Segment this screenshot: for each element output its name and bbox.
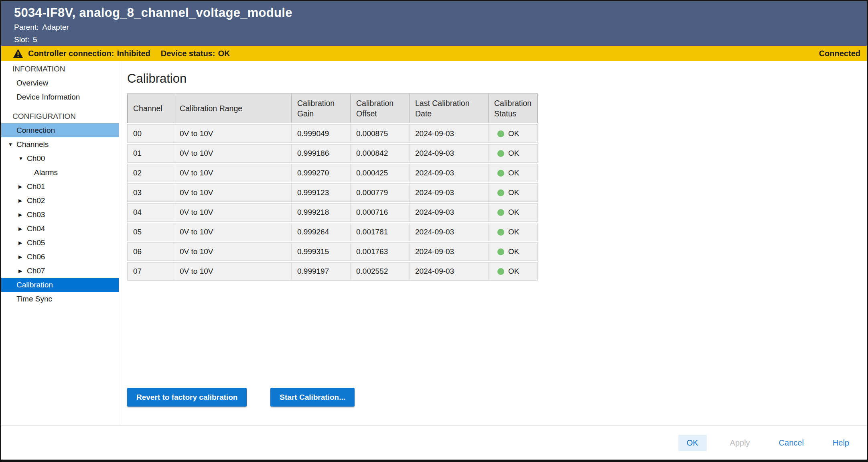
chevron-collapsed-icon[interactable]: ▶ — [18, 268, 27, 274]
sidebar-item-ch01[interactable]: ▶ Ch01 — [1, 179, 119, 193]
offset-cell: 0.001781 — [351, 223, 410, 241]
table-row: 01 0V to 10V 0.999186 0.000842 2024-09-0… — [127, 144, 538, 163]
chevron-collapsed-icon[interactable]: ▶ — [18, 184, 27, 189]
status-ok-icon — [497, 248, 504, 255]
sidebar-item-ch07[interactable]: ▶ Ch07 — [1, 264, 119, 278]
connection-status-badge: Connected — [819, 49, 860, 58]
status-ok-icon — [497, 130, 504, 137]
sidebar-item-time-sync[interactable]: Time Sync — [1, 292, 119, 306]
date-cell: 2024-09-03 — [410, 164, 489, 182]
channel-cell: 01 — [128, 145, 174, 162]
sidebar-item-ch05[interactable]: ▶ Ch05 — [1, 236, 119, 250]
apply-button[interactable]: Apply — [724, 435, 756, 451]
controller-connection-status: Controller connection:Inhibited — [28, 49, 150, 58]
action-buttons: Revert to factory calibration Start Cali… — [127, 388, 867, 407]
offset-cell: 0.002552 — [351, 263, 410, 280]
date-cell: 2024-09-03 — [410, 223, 489, 241]
table-row: 06 0V to 10V 0.999315 0.001763 2024-09-0… — [127, 242, 538, 261]
sidebar-section-information: INFORMATION — [1, 62, 119, 76]
sidebar-item-ch00[interactable]: ▼ Ch00 — [1, 151, 119, 165]
status-ok-icon — [497, 170, 504, 177]
table-row: 03 0V to 10V 0.999123 0.000779 2024-09-0… — [127, 183, 538, 202]
warning-icon — [13, 49, 23, 58]
parent-line: Parent:Adapter — [14, 22, 859, 33]
sidebar-item-connection[interactable]: Connection — [1, 123, 119, 137]
sidebar-item-ch06[interactable]: ▶ Ch06 — [1, 250, 119, 264]
parent-value: Adapter — [42, 23, 69, 31]
status-cell: OK — [489, 263, 537, 280]
column-header-calibration-offset: Calibration Offset — [351, 94, 410, 123]
module-profile-window: 5034-IF8V, analog_8_channel_voltage_modu… — [0, 0, 868, 462]
help-button[interactable]: Help — [827, 435, 855, 451]
cancel-button[interactable]: Cancel — [773, 435, 809, 451]
table-row: 05 0V to 10V 0.999264 0.001781 2024-09-0… — [127, 223, 538, 241]
parent-label: Parent: — [14, 23, 39, 31]
range-cell: 0V to 10V — [174, 243, 292, 261]
chevron-expanded-icon[interactable]: ▼ — [8, 142, 16, 147]
status-cell: OK — [489, 204, 537, 221]
table-row: 02 0V to 10V 0.999270 0.000425 2024-09-0… — [127, 164, 538, 182]
chevron-collapsed-icon[interactable]: ▶ — [18, 212, 27, 218]
status-cell: OK — [489, 184, 537, 201]
body: INFORMATION Overview Device Information … — [1, 61, 867, 425]
title-bar: 5034-IF8V, analog_8_channel_voltage_modu… — [1, 1, 867, 46]
table-row: 00 0V to 10V 0.999049 0.000875 2024-09-0… — [127, 124, 538, 143]
date-cell: 2024-09-03 — [410, 263, 489, 280]
offset-cell: 0.000779 — [351, 184, 410, 201]
gain-cell: 0.999123 — [292, 184, 351, 201]
status-ok-icon — [497, 189, 504, 196]
dialog-footer: OK Apply Cancel Help — [1, 425, 867, 460]
start-calibration-button[interactable]: Start Calibration... — [270, 388, 355, 407]
sidebar-item-ch03[interactable]: ▶ Ch03 — [1, 208, 119, 222]
range-cell: 0V to 10V — [174, 164, 292, 182]
channel-cell: 05 — [128, 223, 174, 241]
navigation-sidebar: INFORMATION Overview Device Information … — [1, 61, 119, 425]
sidebar-item-device-information[interactable]: Device Information — [1, 90, 119, 104]
range-cell: 0V to 10V — [174, 223, 292, 241]
sidebar-item-ch00-alarms[interactable]: Alarms — [1, 165, 119, 179]
main-content: Calibration Channel Calibration Range Ca… — [119, 61, 867, 425]
gain-cell: 0.999264 — [292, 223, 351, 241]
column-header-channel: Channel — [128, 94, 174, 123]
channel-cell: 04 — [128, 204, 174, 221]
gain-cell: 0.999315 — [292, 243, 351, 261]
sidebar-item-ch02[interactable]: ▶ Ch02 — [1, 193, 119, 208]
status-ok-icon — [497, 150, 504, 157]
gain-cell: 0.999270 — [292, 164, 351, 182]
channel-cell: 03 — [128, 184, 174, 201]
sidebar-item-calibration[interactable]: Calibration — [1, 278, 119, 292]
slot-line: Slot:5 — [14, 35, 859, 45]
offset-cell: 0.000425 — [351, 164, 410, 182]
page-title: Calibration — [127, 71, 867, 87]
chevron-expanded-icon[interactable]: ▼ — [18, 156, 27, 161]
column-header-calibration-status: Calibration Status — [489, 94, 537, 123]
chevron-collapsed-icon[interactable]: ▶ — [18, 198, 27, 204]
chevron-collapsed-icon[interactable]: ▶ — [18, 240, 27, 246]
range-cell: 0V to 10V — [174, 125, 292, 142]
status-cell: OK — [489, 145, 537, 162]
status-cell: OK — [489, 243, 537, 261]
table-row: 04 0V to 10V 0.999218 0.000716 2024-09-0… — [127, 203, 538, 222]
status-ok-icon — [497, 268, 504, 275]
sidebar-section-configuration: CONFIGURATION — [1, 109, 119, 123]
offset-cell: 0.001763 — [351, 243, 410, 261]
table-row: 07 0V to 10V 0.999197 0.002552 2024-09-0… — [127, 262, 538, 281]
column-header-calibration-gain: Calibration Gain — [292, 94, 351, 123]
sidebar-item-ch04[interactable]: ▶ Ch04 — [1, 222, 119, 236]
sidebar-item-channels[interactable]: ▼ Channels — [1, 137, 119, 151]
sidebar-item-overview[interactable]: Overview — [1, 76, 119, 90]
ok-button[interactable]: OK — [678, 435, 707, 451]
date-cell: 2024-09-03 — [410, 184, 489, 201]
slot-value: 5 — [33, 35, 37, 44]
gain-cell: 0.999186 — [292, 145, 351, 162]
status-cell: OK — [489, 164, 537, 182]
column-header-last-calibration-date: Last Calibration Date — [410, 94, 489, 123]
channel-cell: 06 — [128, 243, 174, 261]
chevron-collapsed-icon[interactable]: ▶ — [18, 254, 27, 260]
offset-cell: 0.000875 — [351, 125, 410, 142]
date-cell: 2024-09-03 — [410, 145, 489, 162]
range-cell: 0V to 10V — [174, 204, 292, 221]
channel-cell: 02 — [128, 164, 174, 182]
revert-to-factory-calibration-button[interactable]: Revert to factory calibration — [127, 388, 247, 407]
chevron-collapsed-icon[interactable]: ▶ — [18, 226, 27, 232]
